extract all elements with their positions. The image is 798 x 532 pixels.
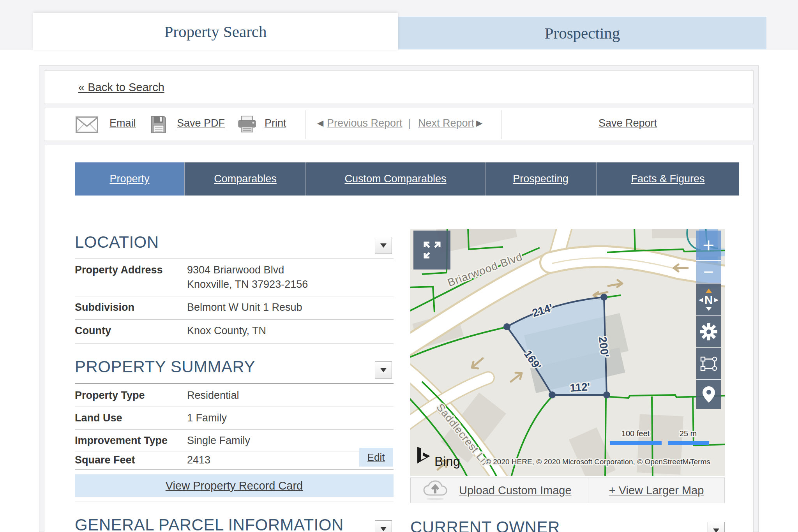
row-separator [75, 502, 394, 502]
next-report-arrow-icon: ▶ [476, 118, 482, 128]
save-pdf-icon [150, 115, 167, 134]
compass-left-icon: ◀ [699, 294, 703, 306]
current-owner-title: CURRENT OWNER [410, 518, 560, 532]
row-value: Residential [187, 389, 239, 402]
zoom-in-icon: + [703, 235, 714, 255]
row-value: Knoxville, TN 37923-2156 [187, 278, 308, 291]
row-label: Square Feet [75, 454, 135, 466]
toolbar-card: Email Save PDF Print ◀ Previous Report |… [44, 108, 754, 141]
map-actions-card: Upload Custom Image + View Larger Map [410, 477, 725, 503]
row-value: Knox County, TN [187, 325, 266, 337]
expand-icon [422, 240, 443, 261]
view-property-record-card-link[interactable]: View Property Record Card [166, 479, 303, 492]
measurement-bottom: 112' [569, 381, 590, 394]
row-separator [75, 451, 359, 451]
tab-property-search-top[interactable]: Property Search [33, 13, 398, 50]
row-label: Improvement Type [75, 435, 168, 447]
compass-control[interactable]: ◀ N ▶ [696, 283, 721, 315]
map-measure-button[interactable] [696, 347, 721, 379]
map-location-button[interactable] [696, 379, 721, 409]
chevron-down-icon [713, 528, 719, 532]
map-controls: + − ◀ N ▶ [696, 231, 721, 409]
tab-comparables[interactable]: Comparables [184, 162, 305, 196]
report-nav-tabs: Property Comparables Custom Comparables … [75, 162, 739, 196]
svg-text:Bing: Bing [434, 454, 460, 469]
upload-cloud-icon [422, 480, 448, 500]
chevron-down-icon [380, 243, 387, 248]
map-expand-button[interactable] [413, 231, 450, 270]
zoom-out-button[interactable]: − [696, 260, 721, 283]
row-label: Property Address [75, 264, 163, 276]
tab-prospecting[interactable]: Prospecting [485, 162, 596, 196]
gear-icon [700, 323, 717, 340]
chevron-down-icon [380, 368, 387, 372]
email-icon [76, 116, 98, 133]
location-rule [75, 259, 394, 259]
view-larger-map-link[interactable]: + View Larger Map [609, 484, 704, 497]
save-report-button[interactable]: Save Report [598, 117, 657, 129]
print-button[interactable]: Print [265, 117, 286, 129]
row-value: Belmont W Unit 1 Resub [187, 301, 302, 314]
tab-custom-comparables[interactable]: Custom Comparables [305, 162, 485, 196]
upload-custom-image-cell[interactable]: Upload Custom Image [411, 478, 588, 503]
row-label: Subdivision [75, 301, 134, 314]
compass-north-label: N [704, 294, 713, 306]
general-parcel-collapse-button[interactable] [375, 520, 392, 532]
compass-down-icon [706, 307, 711, 311]
general-parcel-title: GENERAL PARCEL INFORMATION [75, 516, 344, 532]
location-title: LOCATION [75, 233, 159, 252]
map-copyright: © 2020 HERE, © 2020 Microsoft Corporatio… [486, 458, 697, 466]
row-separator [75, 296, 394, 296]
row-separator [75, 344, 394, 344]
email-button[interactable]: Email [109, 117, 136, 129]
previous-report-arrow-icon: ◀ [317, 118, 323, 128]
print-icon [237, 116, 257, 134]
measurement-right: 200' [597, 336, 611, 358]
view-larger-map-cell[interactable]: + View Larger Map [588, 478, 724, 503]
property-summary-rule [75, 383, 394, 384]
row-label: County [75, 325, 111, 337]
map-image: 214' 200' 169' 112' Briarwood Blvd Saddl… [410, 229, 725, 476]
map-settings-button[interactable] [696, 315, 721, 347]
property-summary-title: PROPERTY SUMMARY [75, 358, 255, 376]
property-summary-collapse-button[interactable] [375, 361, 392, 379]
tab-prospecting-top-label: Prospecting [545, 24, 620, 42]
row-label: Land Use [75, 412, 122, 424]
zoom-in-button[interactable]: + [696, 231, 721, 260]
location-collapse-button[interactable] [375, 237, 392, 254]
scale-feet-bar [610, 441, 662, 445]
tab-property[interactable]: Property [75, 162, 184, 196]
zoom-out-icon: − [703, 264, 714, 280]
row-value: 1 Family [187, 412, 227, 424]
view-property-record-card-banner: View Property Record Card [75, 474, 394, 497]
parcel-map[interactable]: 214' 200' 169' 112' Briarwood Blvd Saddl… [410, 229, 725, 476]
row-value: 2413 [187, 454, 210, 466]
row-label: Property Type [75, 389, 145, 402]
chevron-down-icon [380, 527, 387, 531]
row-separator [75, 407, 394, 407]
scale-meters-bar [668, 441, 709, 445]
report-nav-separator: | [408, 117, 411, 129]
row-separator [75, 319, 394, 320]
next-report-button[interactable]: Next Report [418, 117, 474, 129]
compass-right-icon: ▶ [714, 294, 718, 306]
back-card: « Back to Search [44, 70, 754, 104]
location-pin-icon [702, 386, 716, 403]
row-value: 9304 Briarwood Blvd [187, 264, 284, 276]
row-separator [75, 429, 394, 430]
upload-custom-image-link[interactable]: Upload Custom Image [459, 484, 572, 497]
tab-prospecting-top[interactable]: Prospecting [398, 17, 766, 49]
measure-area-icon [700, 355, 718, 372]
row-value: Single Family [187, 435, 250, 447]
toolbar-divider-2 [501, 110, 502, 139]
toolbar-divider-1 [305, 110, 306, 139]
save-pdf-button[interactable]: Save PDF [177, 117, 225, 129]
previous-report-button[interactable]: Previous Report [327, 117, 403, 129]
tab-facts-figures[interactable]: Facts & Figures [596, 162, 739, 196]
compass-up-icon [706, 289, 712, 293]
edit-square-feet-button[interactable]: Edit [359, 448, 393, 467]
map-terms-link[interactable]: Terms [690, 458, 710, 466]
row-separator [75, 469, 394, 470]
current-owner-collapse-button[interactable] [708, 522, 725, 532]
back-to-search-link[interactable]: « Back to Search [78, 81, 164, 94]
